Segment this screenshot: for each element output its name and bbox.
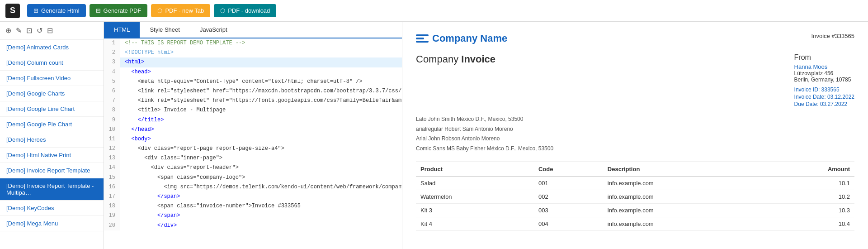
bill-to-line: arialregular Robert Sam Antonio Moreno xyxy=(416,124,854,134)
invoice-id: Invoice ID: 333565 xyxy=(794,86,854,93)
sidebar-item-google-pie-chart[interactable]: [Demo] Google Pie Chart xyxy=(0,117,104,132)
delete-icon[interactable]: ⊟ xyxy=(47,26,53,35)
sidebar-item-animated-cards[interactable]: [Demo] Animated Cards xyxy=(0,40,104,55)
line-number: 6 xyxy=(104,86,120,96)
pdf-download-button[interactable]: ⬡ PDF - download xyxy=(214,4,276,17)
tab-javascript[interactable]: JavaScript xyxy=(190,22,237,38)
table-header-description: Description xyxy=(603,162,764,177)
line-content: <head> xyxy=(120,67,151,77)
sidebar-item-mega-menu[interactable]: [Demo] Mega Menu xyxy=(0,216,104,231)
pdf-new-tab-label: PDF - new Tab xyxy=(165,7,204,14)
sidebar-item-column-count[interactable]: [Demo] Column count xyxy=(0,55,104,71)
generate-html-label: Generate Html xyxy=(41,7,80,14)
pdf-new-tab-icon: ⬡ xyxy=(157,7,162,14)
code-line-11: 11 <body> xyxy=(104,134,402,144)
code-line-18: 18 <span class="invoice-number">Invoice … xyxy=(104,201,402,211)
sidebar-item-heroes[interactable]: [Demo] Heroes xyxy=(0,132,104,148)
code-area[interactable]: 1<!-- THIS IS REPORT DEMO TEMPLATE -->2<… xyxy=(104,38,402,249)
bill-to-line: Lato John Smith México D.F., Mexico, 535… xyxy=(416,115,854,124)
line-number: 19 xyxy=(104,211,120,220)
table-row: Watermelon002info.example.com10.2 xyxy=(416,190,854,204)
code-line-3: 3<html> xyxy=(104,57,402,67)
code-line-2: 2<!DOCTYPE html> xyxy=(104,48,402,57)
invoice-table-header-row: ProductCodeDescriptionAmount xyxy=(416,162,854,177)
table-header-amount: Amount xyxy=(764,162,854,177)
sidebar-tools: ⊕ ✎ ⊡ ↺ ⊟ xyxy=(0,22,104,40)
code-line-1: 1<!-- THIS IS REPORT DEMO TEMPLATE --> xyxy=(104,38,402,48)
line-number: 17 xyxy=(104,192,120,201)
line-number: 12 xyxy=(104,144,120,153)
sidebar-item-invoice-report-multipage[interactable]: [Demo] Invoice Report Template - Multipa… xyxy=(0,178,104,201)
from-city: Berlin, Germany, 10785 xyxy=(794,77,854,83)
bill-to-line: Comic Sans MS Baby Fisher México D.F., M… xyxy=(416,144,854,154)
tab-html[interactable]: HTML xyxy=(104,22,140,38)
generate-pdf-label: Generate PDF xyxy=(104,7,142,14)
table-cell-product: Salad xyxy=(416,177,534,190)
generate-pdf-icon: ⊟ xyxy=(96,7,101,14)
line-number: 4 xyxy=(104,67,120,77)
logo-bar-3 xyxy=(416,41,429,43)
copy-icon[interactable]: ⊡ xyxy=(26,26,32,35)
sidebar-item-google-charts[interactable]: [Demo] Google Charts xyxy=(0,86,104,101)
sidebar-items-list: [Demo] Animated Cards[Demo] Column count… xyxy=(0,40,104,231)
code-line-12: 12 <div class="report-page report-page-s… xyxy=(104,144,402,153)
line-content: <span class="invoice-number">Invoice #33… xyxy=(120,201,301,211)
sidebar-item-invoice-report-template[interactable]: [Demo] Invoice Report Template xyxy=(0,163,104,178)
line-number: 11 xyxy=(104,134,120,144)
line-number: 10 xyxy=(104,125,120,134)
table-cell-product: Kit 4 xyxy=(416,217,534,231)
line-number: 1 xyxy=(104,38,120,48)
logo-bar-1 xyxy=(416,34,429,36)
line-content: <html> xyxy=(120,57,144,67)
invoice-body-header: Company Invoice From Hanna Moos Lützowpl… xyxy=(416,53,854,108)
line-number: 2 xyxy=(104,48,120,57)
line-content: <span class="company-logo"> xyxy=(120,173,245,182)
bill-to-line: Arial John Robson Antonio Moreno xyxy=(416,134,854,144)
sidebar-item-fullscreen-video[interactable]: [Demo] Fullscreen Video xyxy=(0,71,104,86)
app-logo: S xyxy=(5,4,20,18)
table-cell-amount: 10.4 xyxy=(764,217,854,231)
sidebar: ⊕ ✎ ⊡ ↺ ⊟ [Demo] Animated Cards[Demo] Co… xyxy=(0,22,104,249)
line-content: </head> xyxy=(120,125,154,134)
sidebar-item-html-native-print[interactable]: [Demo] Html Native Print xyxy=(0,148,104,163)
from-label: From xyxy=(794,53,854,62)
add-icon[interactable]: ⊕ xyxy=(5,26,11,35)
editor-area: HTMLStyle SheetJavaScript 1<!-- THIS IS … xyxy=(104,22,402,249)
line-content: </title> xyxy=(120,115,164,125)
code-line-15: 15 <span class="company-logo"> xyxy=(104,173,402,182)
preview-company-logo: Company Name xyxy=(416,33,507,44)
line-content: </span> xyxy=(120,192,180,201)
line-content: <title> Invoice - Multipage xyxy=(120,105,226,115)
line-content: <!-- THIS IS REPORT DEMO TEMPLATE --> xyxy=(120,38,245,48)
edit-icon[interactable]: ✎ xyxy=(16,26,22,35)
table-cell-description: info.example.com xyxy=(603,177,764,190)
line-number: 7 xyxy=(104,96,120,105)
pdf-new-tab-button[interactable]: ⬡ PDF - new Tab xyxy=(151,4,210,17)
sidebar-item-google-line-chart[interactable]: [Demo] Google Line Chart xyxy=(0,101,104,117)
table-cell-code: 002 xyxy=(534,190,603,204)
code-line-14: 14 <div class="report-header"> xyxy=(104,163,402,172)
generate-pdf-button[interactable]: ⊟ Generate PDF xyxy=(90,4,148,17)
line-number: 20 xyxy=(104,221,120,230)
table-cell-amount: 10.3 xyxy=(764,204,854,217)
code-line-13: 13 <div class="inner-page"> xyxy=(104,153,402,163)
line-content: <div class="report-page report-page-size… xyxy=(120,144,284,153)
generate-html-button[interactable]: ⊞ Generate Html xyxy=(27,4,86,17)
pdf-download-icon: ⬡ xyxy=(220,7,225,14)
line-content: <meta http-equiv="Content-Type" content=… xyxy=(120,77,363,86)
table-cell-code: 004 xyxy=(534,217,603,231)
invoice-table: ProductCodeDescriptionAmount Salad001inf… xyxy=(416,162,854,231)
invoice-title: Company Invoice xyxy=(416,53,495,65)
line-number: 18 xyxy=(104,201,120,211)
table-cell-product: Watermelon xyxy=(416,190,534,204)
code-line-20: 20 </div> xyxy=(104,221,402,230)
invoice-date: Invoice Date: 03.12.2022 xyxy=(794,94,854,100)
code-line-9: 9 </title> xyxy=(104,115,402,125)
tab-stylesheet[interactable]: Style Sheet xyxy=(140,22,190,38)
toolbar: S ⊞ Generate Html ⊟ Generate PDF ⬡ PDF -… xyxy=(0,0,868,22)
line-content: </div> xyxy=(120,221,177,230)
refresh-icon[interactable]: ↺ xyxy=(37,26,42,35)
logo-bar-2 xyxy=(416,38,424,39)
code-line-4: 4 <head> xyxy=(104,67,402,77)
sidebar-item-keycodes[interactable]: [Demo] KeyCodes xyxy=(0,201,104,216)
